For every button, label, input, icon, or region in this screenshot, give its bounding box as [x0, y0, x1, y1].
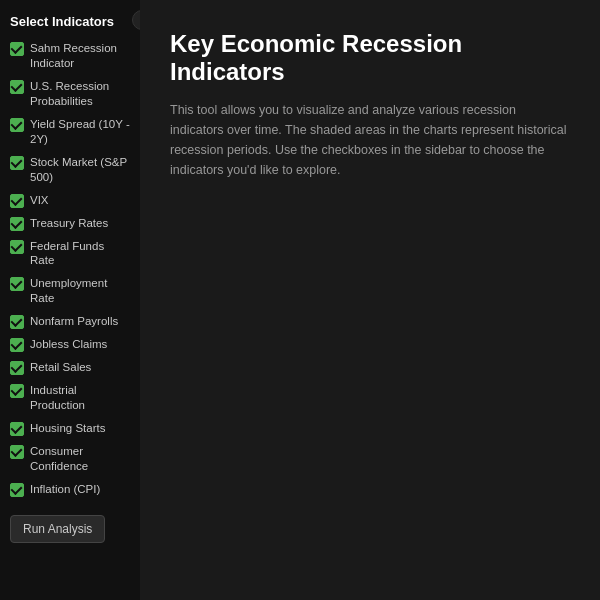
label-unemployment: Unemployment Rate — [30, 276, 130, 306]
label-retail: Retail Sales — [30, 360, 91, 375]
checkbox-industrial[interactable] — [10, 384, 24, 398]
indicators-list: Sahm Recession IndicatorU.S. Recession P… — [10, 41, 130, 505]
sidebar: ‹ Select Indicators Sahm Recession Indic… — [0, 0, 140, 600]
label-us-recession: U.S. Recession Probabilities — [30, 79, 130, 109]
run-analysis-button[interactable]: Run Analysis — [10, 515, 105, 543]
sidebar-item-jobless[interactable]: Jobless Claims — [10, 337, 130, 352]
checkbox-jobless[interactable] — [10, 338, 24, 352]
label-fed-funds: Federal Funds Rate — [30, 239, 130, 269]
sidebar-item-treasury[interactable]: Treasury Rates — [10, 216, 130, 231]
sidebar-title: Select Indicators — [10, 14, 130, 29]
sidebar-item-vix[interactable]: VIX — [10, 193, 130, 208]
sidebar-item-yield-spread[interactable]: Yield Spread (10Y - 2Y) — [10, 117, 130, 147]
checkbox-vix[interactable] — [10, 194, 24, 208]
label-stock-market: Stock Market (S&P 500) — [30, 155, 130, 185]
label-inflation: Inflation (CPI) — [30, 482, 100, 497]
sidebar-item-retail[interactable]: Retail Sales — [10, 360, 130, 375]
checkbox-treasury[interactable] — [10, 217, 24, 231]
label-industrial: Industrial Production — [30, 383, 130, 413]
checkbox-inflation[interactable] — [10, 483, 24, 497]
checkbox-fed-funds[interactable] — [10, 240, 24, 254]
page-description: This tool allows you to visualize and an… — [170, 100, 570, 180]
sidebar-item-unemployment[interactable]: Unemployment Rate — [10, 276, 130, 306]
label-nonfarm: Nonfarm Payrolls — [30, 314, 118, 329]
label-consumer: Consumer Confidence — [30, 444, 130, 474]
checkbox-us-recession[interactable] — [10, 80, 24, 94]
sidebar-item-sahm[interactable]: Sahm Recession Indicator — [10, 41, 130, 71]
checkbox-unemployment[interactable] — [10, 277, 24, 291]
sidebar-item-industrial[interactable]: Industrial Production — [10, 383, 130, 413]
label-treasury: Treasury Rates — [30, 216, 108, 231]
label-sahm: Sahm Recession Indicator — [30, 41, 130, 71]
label-housing: Housing Starts — [30, 421, 105, 436]
sidebar-item-stock-market[interactable]: Stock Market (S&P 500) — [10, 155, 130, 185]
collapse-button[interactable]: ‹ — [132, 10, 140, 30]
sidebar-item-us-recession[interactable]: U.S. Recession Probabilities — [10, 79, 130, 109]
checkbox-sahm[interactable] — [10, 42, 24, 56]
page-title: Key Economic Recession Indicators — [170, 30, 570, 86]
label-yield-spread: Yield Spread (10Y - 2Y) — [30, 117, 130, 147]
checkbox-housing[interactable] — [10, 422, 24, 436]
label-vix: VIX — [30, 193, 49, 208]
sidebar-item-housing[interactable]: Housing Starts — [10, 421, 130, 436]
sidebar-item-fed-funds[interactable]: Federal Funds Rate — [10, 239, 130, 269]
checkbox-yield-spread[interactable] — [10, 118, 24, 132]
checkbox-retail[interactable] — [10, 361, 24, 375]
sidebar-item-inflation[interactable]: Inflation (CPI) — [10, 482, 130, 497]
label-jobless: Jobless Claims — [30, 337, 107, 352]
checkbox-stock-market[interactable] — [10, 156, 24, 170]
sidebar-item-nonfarm[interactable]: Nonfarm Payrolls — [10, 314, 130, 329]
checkbox-nonfarm[interactable] — [10, 315, 24, 329]
checkbox-consumer[interactable] — [10, 445, 24, 459]
main-content: Key Economic Recession Indicators This t… — [140, 0, 600, 600]
sidebar-item-consumer[interactable]: Consumer Confidence — [10, 444, 130, 474]
